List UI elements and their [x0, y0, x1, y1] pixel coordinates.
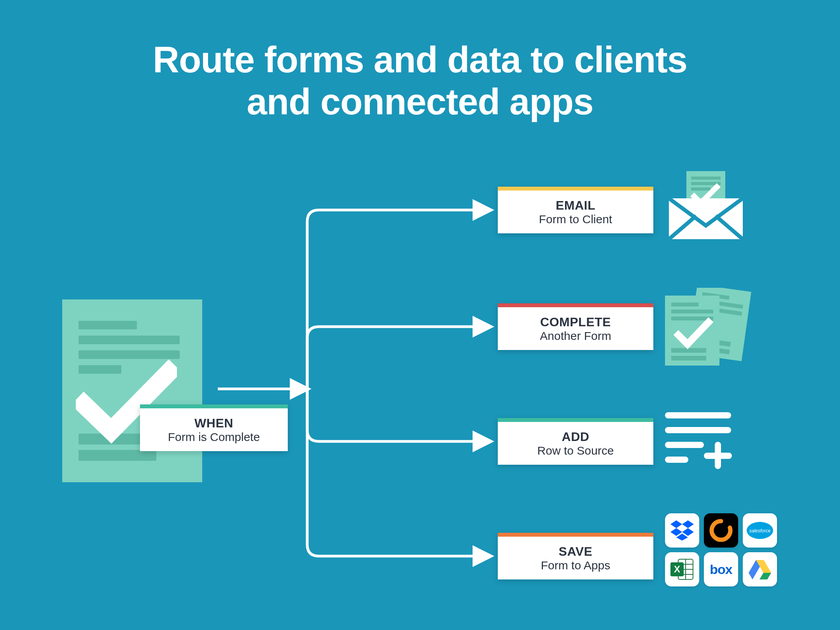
- svg-text:salesforce: salesforce: [749, 528, 771, 534]
- completed-form-icon: [62, 299, 202, 482]
- svg-rect-22: [704, 453, 732, 459]
- list-plus-icon: [665, 412, 735, 472]
- page-title: Route forms and data to clients and conn…: [0, 39, 840, 123]
- svg-marker-38: [760, 573, 771, 579]
- conga-app-icon: [704, 513, 738, 548]
- svg-rect-3: [691, 187, 710, 191]
- title-line-2: and connected apps: [247, 81, 593, 122]
- action-card-add: ADD Row to Source: [498, 418, 653, 465]
- svg-rect-19: [665, 442, 704, 448]
- trigger-label: WHEN: [194, 416, 233, 430]
- action-card-save: SAVE Form to Apps: [498, 533, 653, 579]
- trigger-card: WHEN Form is Complete: [140, 404, 288, 451]
- envelope-check-icon: [665, 171, 747, 243]
- google-drive-app-icon: [743, 552, 777, 586]
- action-sub: Another Form: [540, 329, 611, 343]
- trigger-sub: Form is Complete: [168, 430, 260, 444]
- action-sub: Form to Apps: [541, 559, 610, 572]
- svg-rect-18: [665, 427, 731, 433]
- action-sub: Form to Client: [539, 213, 612, 226]
- svg-marker-23: [670, 520, 682, 528]
- svg-text:X: X: [674, 564, 680, 574]
- svg-marker-24: [682, 520, 694, 528]
- salesforce-app-icon: salesforce: [743, 513, 777, 548]
- svg-rect-13: [671, 310, 713, 313]
- excel-app-icon: X: [665, 552, 699, 586]
- svg-rect-17: [665, 412, 731, 418]
- action-card-email: EMAIL Form to Client: [498, 187, 653, 233]
- trigger-node: [62, 299, 202, 482]
- svg-rect-12: [671, 303, 698, 306]
- box-app-icon: box: [704, 552, 738, 586]
- svg-rect-20: [665, 457, 688, 463]
- svg-rect-16: [671, 356, 706, 360]
- action-label: EMAIL: [556, 198, 595, 213]
- action-label: COMPLETE: [540, 315, 611, 329]
- dropbox-app-icon: [665, 513, 699, 548]
- action-card-complete: COMPLETE Another Form: [498, 303, 653, 350]
- forms-stack-check-icon: [665, 288, 754, 367]
- svg-rect-15: [671, 348, 706, 353]
- app-grid: salesforce X box: [665, 513, 777, 586]
- svg-rect-1: [691, 177, 721, 180]
- action-label: SAVE: [559, 544, 593, 559]
- action-sub: Row to Source: [537, 444, 614, 457]
- title-line-1: Route forms and data to clients: [153, 39, 687, 80]
- action-label: ADD: [562, 430, 590, 444]
